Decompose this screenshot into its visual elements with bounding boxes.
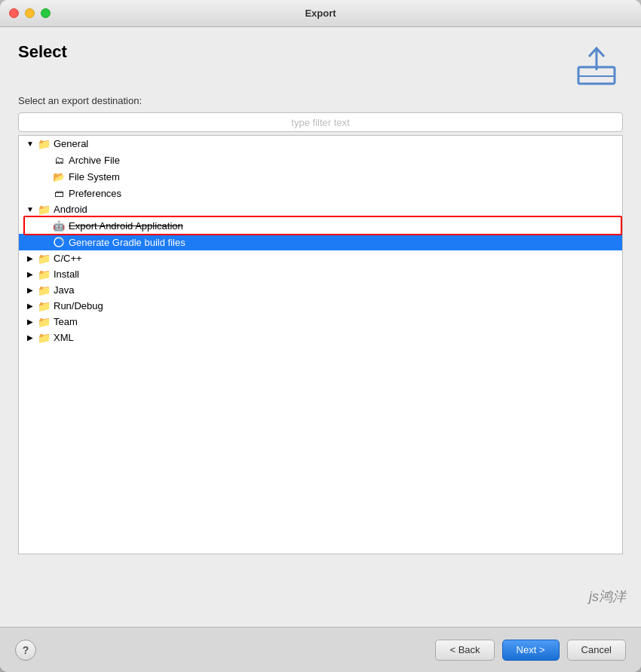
button-group: < Back Next > Cancel [435,640,626,661]
back-button[interactable]: < Back [435,640,494,661]
content-area: Select Select an export destination: [0,27,641,566]
window-title: Export [305,8,336,19]
minimize-button[interactable] [25,8,35,18]
close-button[interactable] [9,8,19,18]
filter-input[interactable] [18,112,623,132]
arrow-xml [25,333,35,343]
tree-label-file-system: File System [69,171,120,183]
tree-item-java[interactable]: 📁 Java [19,282,622,298]
header-row: Select [18,42,623,95]
tree-label-gradle: Generate Gradle build files [69,237,186,248]
tree-item-general[interactable]: 📁 General [19,136,622,152]
tree-label-rundebug: Run/Debug [54,300,103,311]
export-icon [574,44,619,93]
folder-install-icon: 📁 [37,269,51,280]
destination-label: Select an export destination: [18,95,623,106]
folder-android-icon: 📁 [37,204,51,215]
tree-label-java: Java [54,284,74,296]
tree-label-cpp: C/C++ [54,253,82,264]
traffic-lights [9,8,51,18]
tree-item-preferences[interactable]: 🗃 Preferences [19,185,622,201]
svg-point-3 [54,238,63,247]
tree-label-install: Install [54,268,79,280]
next-button[interactable]: Next > [502,640,560,661]
tree-item-team[interactable]: 📁 Team [19,314,622,330]
tree-label-general: General [54,138,88,149]
watermark-area: js鸿洋 [0,566,641,627]
arrow-general [25,139,35,149]
arrow-cpp [25,253,35,264]
page-title: Select [18,42,67,62]
tree-item-rundebug[interactable]: 📁 Run/Debug [19,298,622,314]
tree-label-android: Android [54,204,87,215]
arrow-team [25,317,35,327]
bottom-bar: ? < Back Next > Cancel [0,627,641,672]
arrow-java [25,285,35,296]
arrow-install [25,269,35,280]
tree-label-xml: XML [54,332,74,343]
cancel-button[interactable]: Cancel [567,640,626,661]
android-export-icon: 🤖 [52,219,66,232]
maximize-button[interactable] [41,8,51,18]
tree-item-android[interactable]: 📁 Android [19,201,622,217]
tree-item-file-system[interactable]: 📂 File System [19,168,622,185]
export-icon-container [570,42,623,95]
folder-team-icon: 📁 [37,317,51,327]
tree-item-cpp[interactable]: 📁 C/C++ [19,250,622,266]
tree-label-preferences: Preferences [69,188,121,199]
arrow-android [25,204,35,215]
gradle-icon [52,236,66,248]
tree-label-export-android: Export Android Application [69,220,183,232]
folder-rundebug-icon: 📁 [37,301,51,311]
arrow-rundebug [25,301,35,311]
tree-item-xml[interactable]: 📁 XML [19,330,622,345]
tree-label-team: Team [54,316,78,327]
preferences-icon: 🗃 [52,187,66,199]
tree-item-archive-file[interactable]: 🗂 Archive File [19,152,622,168]
tree-container[interactable]: 📁 General 🗂 Archive File 📂 File System 🗃… [18,135,623,554]
file-system-icon: 📂 [52,170,66,183]
folder-xml-icon: 📁 [37,333,51,343]
tree-item-gradle[interactable]: Generate Gradle build files [19,234,622,250]
export-window: Export Select Select an export destin [0,0,641,672]
folder-general-icon: 📁 [37,139,51,149]
title-bar: Export [0,0,641,27]
tree-label-archive-file: Archive File [69,155,120,166]
tree-item-install[interactable]: 📁 Install [19,266,622,282]
folder-java-icon: 📁 [37,285,51,296]
help-button[interactable]: ? [15,640,36,661]
folder-cpp-icon: 📁 [37,253,51,264]
tree-item-export-android[interactable]: 🤖 Export Android Application [19,217,622,234]
archive-file-icon: 🗂 [52,154,66,166]
watermark-text: js鸿洋 [589,588,626,606]
